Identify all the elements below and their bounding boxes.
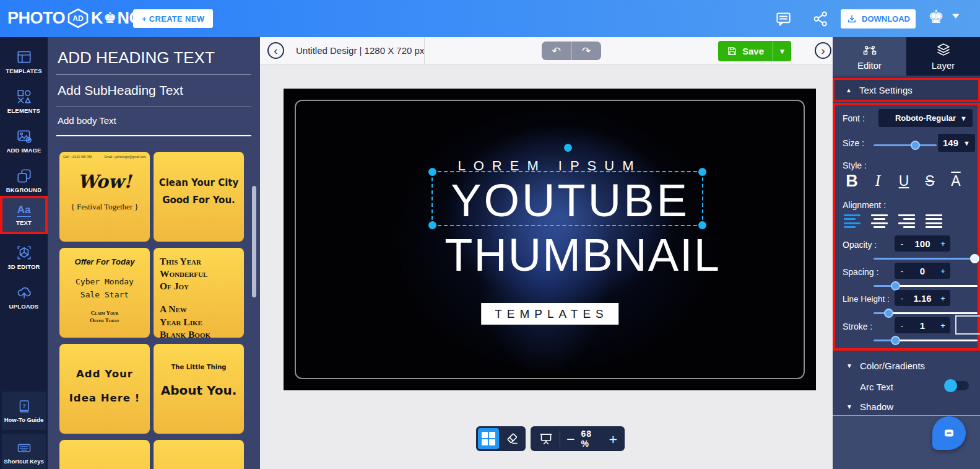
stroke-slider[interactable]: [874, 340, 978, 341]
template-card-little-thing[interactable]: The Little Thing About You.: [154, 344, 244, 434]
card-small-line: The Little Thing: [154, 364, 244, 370]
card-big-line: About You.: [154, 383, 244, 398]
spacing-slider[interactable]: [874, 285, 978, 287]
design-canvas[interactable]: LOREM IPSUM YOUTUBE THUMBNAIL TEMPLATES: [284, 89, 816, 390]
spacing-decrease-button[interactable]: -: [895, 266, 909, 276]
design-text-templates-badge[interactable]: TEMPLATES: [481, 303, 618, 325]
live-chat-button[interactable]: [932, 416, 966, 450]
color-gradients-section[interactable]: ▼ Color/Gradients: [833, 357, 980, 374]
align-right-button[interactable]: [898, 214, 915, 228]
expand-triangle-icon: ▼: [846, 403, 852, 410]
download-button[interactable]: DOWNLOAD: [841, 9, 916, 28]
redo-button[interactable]: ↷: [571, 42, 601, 60]
selection-bounding-box[interactable]: [431, 171, 703, 226]
grid-view-button[interactable]: [478, 428, 499, 449]
card-line: Add Your: [76, 368, 133, 380]
save-options-caret[interactable]: ▼: [773, 41, 791, 61]
selection-handle-top-left[interactable]: [428, 168, 436, 176]
add-heading-text-option[interactable]: ADD HEADING TEXT: [58, 48, 215, 68]
how-to-guide-button[interactable]: ? How-To Guide: [2, 392, 46, 430]
add-body-text-option[interactable]: Add body Text: [58, 115, 116, 126]
zoom-out-button[interactable]: −: [564, 432, 577, 445]
stroke-increase-button[interactable]: +: [935, 321, 950, 330]
stroke-decrease-button[interactable]: -: [895, 321, 909, 330]
size-slider-handle[interactable]: [911, 141, 920, 150]
shortcut-keys-button[interactable]: Shortcut Keys: [2, 434, 46, 469]
line-height-increase-button[interactable]: +: [935, 294, 950, 303]
tab-layer[interactable]: Layer: [906, 37, 980, 76]
collapse-right-panel-button[interactable]: ›: [815, 42, 831, 59]
stroke-slider-handle[interactable]: [891, 336, 900, 345]
spacing-slider-handle[interactable]: [891, 281, 900, 291]
cube-3d-icon: [16, 245, 32, 261]
save-button[interactable]: Save: [718, 41, 773, 61]
sidebar-item-add-image[interactable]: ADD IMAGE: [0, 123, 48, 159]
text-settings-header[interactable]: ▲ Text Settings: [833, 78, 980, 102]
opacity-slider[interactable]: [874, 258, 978, 260]
undo-button[interactable]: ↶: [542, 42, 571, 60]
stroke-color-swatch[interactable]: [955, 315, 980, 335]
collapse-left-panel-button[interactable]: ‹: [267, 42, 284, 59]
font-family-dropdown[interactable]: Roboto-Regular ▼: [878, 109, 973, 127]
align-center-button[interactable]: [871, 214, 888, 228]
opacity-increase-button[interactable]: +: [935, 239, 950, 248]
template-card-wow[interactable]: Call : +0123 456 789 Email : ydirdesign@…: [59, 152, 150, 242]
selection-rotate-handle[interactable]: [564, 144, 572, 152]
sidebar-item-text[interactable]: Aa TEXT: [0, 196, 48, 234]
account-chevron-down-icon[interactable]: ▾: [952, 10, 959, 21]
template-card-partial[interactable]: [59, 440, 150, 469]
size-slider[interactable]: [874, 144, 937, 146]
design-text-thumbnail[interactable]: THUMBNAIL: [316, 229, 816, 281]
line-height-slider-handle[interactable]: [884, 309, 893, 318]
selection-handle-bottom-right[interactable]: [698, 221, 706, 229]
grid-icon: [482, 432, 495, 445]
spacing-increase-button[interactable]: +: [935, 266, 950, 276]
photoadking-logo[interactable]: PHOTO AD K ♚ NG: [7, 8, 142, 28]
selection-handle-bottom-left[interactable]: [428, 221, 436, 229]
overline-button[interactable]: A: [945, 169, 966, 193]
font-size-value: 149: [943, 138, 958, 148]
underline-button[interactable]: U: [893, 169, 914, 193]
sidebar-item-background[interactable]: BKGROUND: [0, 162, 48, 198]
selection-handle-top-right[interactable]: [698, 168, 706, 176]
template-card-partial[interactable]: [154, 440, 244, 469]
strikethrough-button[interactable]: S: [919, 169, 940, 193]
opacity-slider-handle[interactable]: [970, 254, 979, 263]
text-aa-icon: Aa: [17, 204, 32, 217]
opacity-decrease-button[interactable]: -: [895, 239, 909, 248]
line-height-slider[interactable]: [874, 312, 978, 314]
collapse-triangle-icon: ▲: [846, 87, 852, 94]
add-subheading-text-option[interactable]: Add SubHeading Text: [58, 83, 183, 98]
premium-king-icon[interactable]: ♚: [928, 8, 944, 26]
share-icon[interactable]: [812, 11, 829, 27]
card-line: Of Joy: [160, 280, 238, 292]
spacing-label: Spacing :: [843, 267, 878, 277]
panel-scrollbar[interactable]: [252, 186, 256, 297]
card-footer-line: Offer Today: [59, 317, 150, 324]
template-card-new-year[interactable]: This Year Wonderful Of Joy A New Year Li…: [154, 248, 244, 338]
bold-button[interactable]: B: [841, 169, 862, 193]
feedback-comment-icon[interactable]: [775, 11, 792, 27]
sidebar-item-3d-editor[interactable]: 3D EDITOR: [0, 239, 48, 275]
line-height-decrease-button[interactable]: -: [895, 294, 909, 303]
tab-editor[interactable]: Editor: [833, 37, 906, 76]
template-card-offer[interactable]: Offer For Today Cyber Monday Sale Start …: [59, 248, 150, 338]
eraser-button[interactable]: [501, 428, 523, 449]
sidebar-item-templates[interactable]: TEMPLATES: [0, 43, 48, 79]
template-card-add-idea[interactable]: Add Your Idea Here !: [59, 344, 150, 434]
sidebar-item-uploads[interactable]: UPLOADS: [0, 279, 48, 315]
dropdown-caret-icon: ▼: [960, 115, 967, 122]
sidebar-item-elements[interactable]: ELEMENTS: [0, 83, 48, 119]
presentation-button[interactable]: [536, 428, 556, 449]
align-justify-button[interactable]: [926, 214, 942, 228]
arc-text-toggle[interactable]: [945, 381, 969, 390]
align-left-button[interactable]: [844, 214, 861, 228]
create-new-button[interactable]: + CREATE NEW: [133, 9, 213, 28]
italic-button[interactable]: I: [867, 169, 888, 193]
zoom-in-button[interactable]: +: [607, 432, 620, 445]
line-height-stepper: - 1.16 +: [895, 290, 950, 306]
design-title[interactable]: Untitled Desigr | 1280 X 720 px: [296, 45, 424, 56]
template-card-clean-city[interactable]: Clean Your City Good For You.: [154, 152, 244, 242]
shadow-section[interactable]: ▼ Shadow: [833, 398, 980, 415]
font-size-dropdown[interactable]: 149 ▼: [938, 134, 975, 152]
